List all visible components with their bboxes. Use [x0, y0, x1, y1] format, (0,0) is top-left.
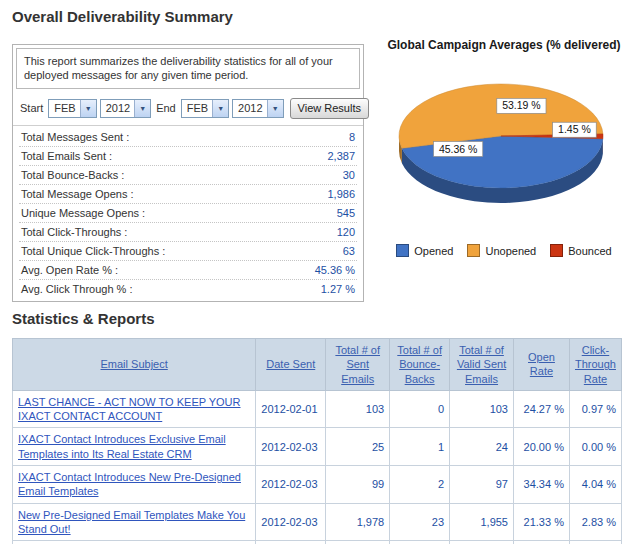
end-label: End [154, 102, 178, 114]
view-results-button[interactable]: View Results [290, 98, 369, 119]
open-rate-cell: 21.33 % [513, 503, 569, 541]
email-subject-cell: IXACT Contact Introduces New Pre-Designe… [13, 466, 256, 504]
valid-sent-cell: 97 [450, 466, 514, 504]
stat-label: Total Emails Sent : [21, 150, 112, 162]
start-year-value: 2012 [101, 100, 134, 117]
valid-sent-cell: 1,955 [450, 503, 514, 541]
start-month-value: FEB [49, 100, 79, 117]
sort-link-email-subject[interactable]: Email Subject [101, 358, 168, 370]
stat-label: Avg. Click Through % : [21, 283, 132, 295]
open-rate-cell: 24.27 % [513, 390, 569, 428]
email-subject-link[interactable]: LAST CHANCE - ACT NOW TO KEEP YOUR IXACT… [18, 396, 241, 422]
stat-row: Total Messages Sent :8 [19, 128, 357, 147]
legend-item-bounced: Bounced [550, 244, 611, 257]
date-sent-cell: 2012-02-03 [256, 428, 326, 466]
col-header-click-through-rate: Click-Through Rate [569, 339, 621, 391]
open-rate-cell: 20.00 % [513, 428, 569, 466]
email-subject-link[interactable]: New Pre-Designed Email Templates Make Yo… [18, 509, 245, 535]
table-row: LAST CHANCE - ACT NOW TO KEEP YOUR IXACT… [13, 390, 622, 428]
start-label: Start [18, 102, 45, 114]
chart-title: Global Campaign Averages (% delivered) [378, 38, 630, 52]
chevron-down-icon: ▼ [212, 100, 228, 117]
end-month-select[interactable]: FEB ▼ [181, 99, 229, 118]
summary-panel: This report summarizes the deliverabilit… [12, 44, 364, 302]
col-header-open-rate: Open Rate [513, 339, 569, 391]
sort-link-bounce-backs[interactable]: Total # of Bounce-Backs [397, 344, 442, 385]
table-row: IXACT Contact Introduces Exclusive Email… [13, 428, 622, 466]
stat-row: Avg. Click Through % :1.27 % [19, 280, 357, 298]
chart-legend: Opened Unopened Bounced [378, 244, 630, 257]
legend-swatch-icon [467, 244, 480, 257]
legend-label: Bounced [568, 245, 611, 257]
stat-label: Total Messages Sent : [21, 131, 129, 143]
stat-label: Total Click-Throughs : [21, 226, 127, 238]
click-through-rate-cell: 2.83 % [569, 503, 621, 541]
email-subject-cell: LAST CHANCE - ACT NOW TO KEEP YOUR IXACT… [13, 390, 256, 428]
sort-link-date-sent[interactable]: Date Sent [266, 358, 315, 370]
legend-swatch-icon [396, 244, 409, 257]
page-title: Overall Deliverability Summary [12, 8, 233, 25]
click-through-rate-cell: 4.04 % [569, 466, 621, 504]
reports-section-title: Statistics & Reports [12, 310, 155, 327]
start-year-select[interactable]: 2012 ▼ [100, 99, 151, 118]
email-subject-cell: IXACT Contact Introduces Exclusive Email… [13, 428, 256, 466]
stat-row: Total Message Opens :1,986 [19, 185, 357, 204]
legend-swatch-icon [550, 244, 563, 257]
stat-row: Total Bounce-Backs :30 [19, 166, 357, 185]
sent-emails-cell: 103 [326, 390, 390, 428]
sort-link-sent-emails[interactable]: Total # of Sent Emails [335, 344, 380, 385]
end-year-select[interactable]: 2012 ▼ [232, 99, 283, 118]
col-header-sent-emails: Total # of Sent Emails [326, 339, 390, 391]
sort-link-valid-sent[interactable]: Total # of Valid Sent Emails [457, 344, 506, 385]
chart-panel: Global Campaign Averages (% delivered) 4… [378, 38, 630, 257]
click-through-rate-cell: 0.00 % [569, 428, 621, 466]
col-header-valid-sent: Total # of Valid Sent Emails [450, 339, 514, 391]
sort-link-open-rate[interactable]: Open Rate [528, 351, 555, 377]
sent-emails-cell: 1,978 [326, 503, 390, 541]
sort-link-click-through-rate[interactable]: Click-Through Rate [575, 344, 616, 385]
table-row: New Pre-Designed Email Templates Make Yo… [13, 503, 622, 541]
stat-row: Total Click-Throughs :120 [19, 223, 357, 242]
deliverability-page: Overall Deliverability Summary This repo… [0, 0, 634, 544]
date-sent-cell: 2012-02-03 [256, 466, 326, 504]
stat-label: Unique Message Opens : [21, 207, 145, 219]
svg-text:53.19 %: 53.19 % [502, 99, 541, 111]
report-description: This report summarizes the deliverabilit… [16, 48, 360, 89]
stat-value: 545 [337, 207, 355, 219]
stat-value: 63 [343, 245, 355, 257]
stat-row: Avg. Open Rate % :45.36 % [19, 261, 357, 280]
stat-value: 120 [337, 226, 355, 238]
date-range-controls: Start FEB ▼ 2012 ▼ End FEB ▼ 2012 ▼ View… [13, 92, 363, 126]
pie-chart: 45.36 %53.19 %1.45 % [378, 70, 630, 230]
valid-sent-cell: 103 [450, 390, 514, 428]
chevron-down-icon: ▼ [80, 100, 96, 117]
click-through-rate-cell: 0.97 % [569, 390, 621, 428]
col-header-bounce-backs: Total # of Bounce-Backs [390, 339, 450, 391]
col-header-date-sent: Date Sent [256, 339, 326, 391]
date-sent-cell: 2012-02-03 [256, 503, 326, 541]
end-month-value: FEB [182, 100, 212, 117]
stat-value: 8 [349, 131, 355, 143]
sent-emails-cell: 99 [326, 466, 390, 504]
email-subject-link[interactable]: IXACT Contact Introduces New Pre-Designe… [18, 471, 241, 497]
date-sent-cell: 2012-02-01 [256, 390, 326, 428]
sent-emails-cell: 25 [326, 428, 390, 466]
stat-value: 45.36 % [315, 264, 355, 276]
valid-sent-cell: 24 [450, 428, 514, 466]
email-subject-link[interactable]: IXACT Contact Introduces Exclusive Email… [18, 433, 226, 459]
bounce-backs-cell: 0 [390, 390, 450, 428]
stat-value: 1,986 [327, 188, 355, 200]
reports-table: Email Subject Date Sent Total # of Sent … [12, 338, 622, 544]
start-month-select[interactable]: FEB ▼ [48, 99, 96, 118]
legend-item-opened: Opened [396, 244, 453, 257]
open-rate-cell: 34.34 % [513, 466, 569, 504]
table-header-row: Email Subject Date Sent Total # of Sent … [13, 339, 622, 391]
table-row: IXACT Contact Introduces New Pre-Designe… [13, 466, 622, 504]
legend-item-unopened: Unopened [467, 244, 536, 257]
email-subject-cell: New Pre-Designed Email Templates Make Yo… [13, 503, 256, 541]
bounce-backs-cell: 23 [390, 503, 450, 541]
stat-label: Total Bounce-Backs : [21, 169, 124, 181]
stat-row: Total Unique Click-Throughs :63 [19, 242, 357, 261]
svg-text:45.36 %: 45.36 % [439, 143, 478, 155]
stat-label: Avg. Open Rate % : [21, 264, 118, 276]
